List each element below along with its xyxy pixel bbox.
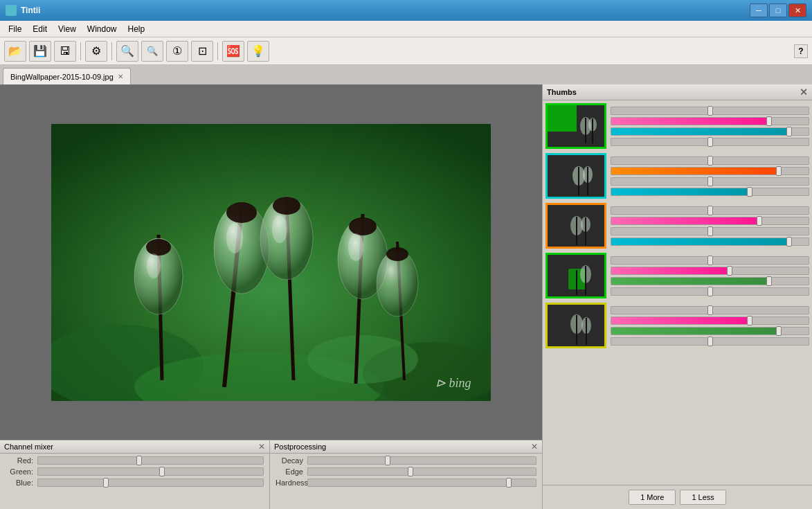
open-button[interactable]: 📂 (4, 41, 26, 62)
thumb-4-slider-2[interactable] (611, 267, 809, 275)
image-area[interactable]: ⊳ bing (0, 84, 542, 440)
thumbs-scroll[interactable] (543, 100, 812, 485)
red-thumb[interactable] (136, 456, 142, 465)
svg-point-16 (226, 202, 257, 223)
thumb-5-slider-1[interactable] (611, 306, 809, 314)
thumb-1[interactable] (545, 103, 606, 149)
zoom-in-button[interactable]: 🔍 (116, 41, 138, 62)
green-thumb[interactable] (159, 467, 165, 476)
thumb-5-thumb-2[interactable] (747, 316, 752, 325)
channel-mixer-close[interactable]: ✕ (258, 442, 265, 452)
thumb-4-slider-1[interactable] (611, 256, 809, 265)
menu-edit[interactable]: Edit (27, 23, 53, 35)
thumb-5-slider-3[interactable] (611, 327, 809, 335)
tab-close-icon[interactable]: ✕ (118, 73, 123, 80)
thumb-5-slider-2[interactable] (611, 316, 809, 325)
postprocessing-panel: Postprocessing ✕ Decay Edge (270, 440, 542, 509)
thumb-2-slider-2[interactable] (611, 167, 809, 175)
save-as-button[interactable]: 💾 (29, 41, 51, 62)
thumb-3[interactable] (545, 203, 606, 249)
thumb-row-2 (545, 153, 809, 199)
settings-button[interactable]: ⚙ (85, 41, 107, 62)
thumb-3-thumb-4[interactable] (786, 237, 792, 247)
thumb-1-slider-2[interactable] (611, 117, 809, 125)
postprocessing-close[interactable]: ✕ (531, 442, 538, 452)
thumb-3-thumb-2[interactable] (757, 216, 762, 226)
zoom-100-button[interactable]: ① (166, 41, 188, 62)
thumb-1-slider-1[interactable] (611, 107, 809, 115)
thumb-1-thumb-3[interactable] (786, 127, 792, 136)
zoom-out-button[interactable]: 🔍 (141, 41, 163, 62)
thumb-5-thumb-3[interactable] (776, 326, 782, 336)
thumb-2-thumb-4[interactable] (747, 187, 752, 197)
thumb-3-slider-1[interactable] (611, 206, 809, 215)
tab-label: BingWallpaper-2015-10-09.jpg (10, 73, 114, 81)
thumb-5-thumb-4[interactable] (707, 337, 713, 346)
thumb-row-1 (545, 103, 809, 149)
menu-file[interactable]: File (3, 23, 27, 35)
decay-thumb[interactable] (385, 456, 390, 465)
postprocessing-title: Postprocessing (274, 443, 326, 451)
thumb-5-thumb-1[interactable] (707, 305, 713, 315)
thumb-3-slider-2[interactable] (611, 217, 809, 225)
red-slider[interactable] (37, 456, 264, 465)
thumb-4-thumb-2[interactable] (727, 266, 732, 276)
thumb-4[interactable] (545, 253, 606, 298)
menu-view[interactable]: View (53, 23, 82, 35)
thumbs-close-icon[interactable]: ✕ (800, 87, 808, 98)
thumb-row-3 (545, 203, 809, 249)
thumbs-footer: 1 More 1 Less (543, 485, 812, 509)
green-slider[interactable] (37, 467, 264, 476)
svg-point-17 (273, 197, 300, 215)
menu-window[interactable]: Window (82, 23, 123, 35)
thumb-2-thumb-1[interactable] (707, 156, 713, 166)
left-main: ⊳ bing Channel mixer ✕ Red: (0, 84, 542, 509)
thumb-4-thumb-4[interactable] (707, 287, 713, 296)
tab-image[interactable]: BingWallpaper-2015-10-09.jpg ✕ (3, 68, 131, 84)
hardness-slider[interactable] (307, 479, 536, 487)
zoom-fit-button[interactable]: ⊡ (191, 41, 213, 62)
thumb-1-thumb-2[interactable] (766, 116, 772, 126)
close-button[interactable]: ✕ (788, 3, 806, 17)
hardness-thumb[interactable] (506, 478, 512, 488)
thumb-3-slider-3[interactable] (611, 227, 809, 235)
thumb-2[interactable] (545, 153, 606, 199)
thumb-5-slider-4[interactable] (611, 337, 809, 346)
thumb-2-sliders (611, 157, 809, 196)
blue-slider[interactable] (37, 479, 264, 487)
thumb-2-slider-1[interactable] (611, 157, 809, 165)
bulb-button[interactable]: 💡 (247, 41, 269, 62)
thumb-3-thumb-3[interactable] (707, 226, 713, 236)
thumb-3-slider-4[interactable] (611, 238, 809, 246)
decay-slider[interactable] (307, 456, 536, 465)
blue-thumb[interactable] (103, 478, 109, 488)
thumb-2-thumb-3[interactable] (707, 177, 713, 186)
less-button[interactable]: 1 Less (680, 490, 725, 505)
title-text: Tintii (21, 6, 750, 15)
thumb-3-thumb-1[interactable] (707, 206, 713, 215)
green-param-row: Green: (6, 467, 264, 476)
edge-thumb[interactable] (408, 467, 413, 476)
help-button[interactable]: ? (794, 44, 808, 58)
maximize-button[interactable]: □ (769, 3, 787, 17)
thumb-4-thumb-3[interactable] (766, 276, 772, 286)
thumb-1-thumb-1[interactable] (707, 106, 713, 116)
edge-slider[interactable] (307, 467, 536, 476)
thumb-1-thumb-4[interactable] (707, 137, 713, 147)
thumb-2-thumb-2[interactable] (776, 166, 782, 176)
minimize-button[interactable]: ─ (750, 3, 768, 17)
help-ring-button[interactable]: 🆘 (222, 41, 244, 62)
thumb-4-slider-4[interactable] (611, 287, 809, 296)
channel-mixer-title: Channel mixer (4, 443, 53, 451)
thumb-4-slider-3[interactable] (611, 277, 809, 285)
thumb-2-slider-4[interactable] (611, 188, 809, 196)
thumb-1-slider-4[interactable] (611, 138, 809, 146)
channel-mixer-body: Red: Green: Blue: (0, 454, 269, 492)
save-button[interactable]: 🖫 (54, 41, 76, 62)
more-button[interactable]: 1 More (629, 490, 676, 505)
menu-help[interactable]: Help (123, 23, 151, 35)
thumb-2-slider-3[interactable] (611, 177, 809, 186)
thumb-4-thumb-1[interactable] (707, 256, 713, 265)
thumb-5[interactable] (545, 303, 606, 348)
thumb-1-slider-3[interactable] (611, 127, 809, 136)
